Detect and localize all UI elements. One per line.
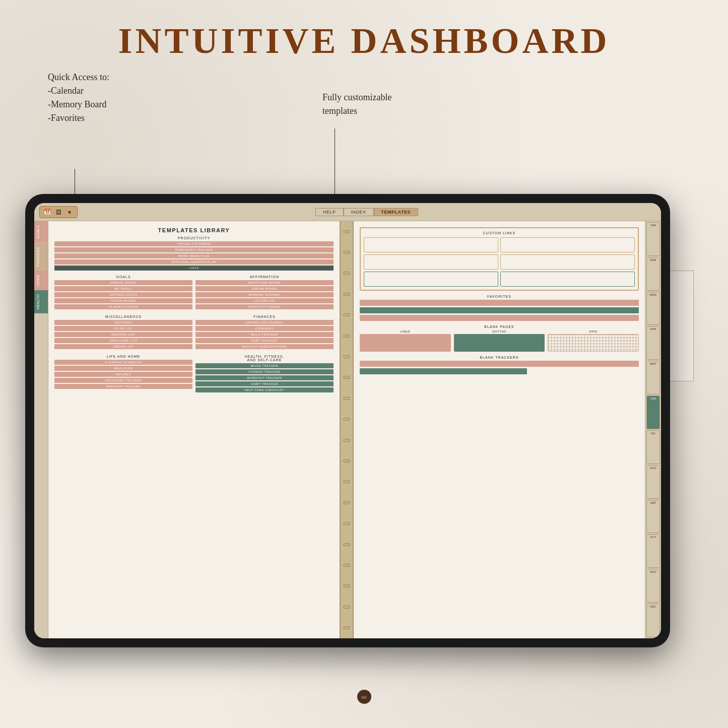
template-18-month[interactable]: 18 MONTH VISION: [54, 304, 192, 309]
month-aug[interactable]: AUG: [646, 465, 660, 499]
link-box-3[interactable]: [364, 254, 498, 270]
template-meal-plan[interactable]: MEAL PLAN: [54, 366, 192, 371]
sidebar-tab-health[interactable]: HEALTH: [34, 290, 48, 313]
template-debt[interactable]: DEBT TRACKER: [195, 338, 334, 343]
spine-ring-3: [343, 272, 350, 275]
template-gratitude-list[interactable]: GRATITUDE LIST: [54, 338, 192, 343]
health-column: HEALTH, FITNESS,AND SELF-CARE MOOD TRACK…: [195, 353, 334, 393]
template-dream-list[interactable]: DREAM LIST: [54, 344, 192, 349]
template-workout[interactable]: WORKOUT TRACKER: [195, 375, 334, 380]
spine-ring-1: [343, 230, 350, 233]
template-birthday[interactable]: BIRTHDAY TRACKER: [54, 384, 192, 389]
sidebar-tab-goals[interactable]: GOALS: [34, 221, 48, 243]
template-vision-board[interactable]: VISION BOARD: [54, 298, 192, 303]
page-title: INTUITIVE DASHBOARD: [0, 0, 728, 62]
library-title: TEMPLATES LIBRARY: [54, 227, 334, 233]
nav-tabs: HELP INDEX TEMPLATES: [315, 208, 418, 216]
spine-ring-2: [343, 251, 350, 254]
spine-ring-10: [343, 418, 350, 421]
template-password[interactable]: PASSWORD TRACKER: [54, 378, 192, 383]
template-self-care[interactable]: SELF-CARE CHECKLIST: [195, 387, 334, 392]
tab-index[interactable]: INDEX: [344, 208, 374, 216]
template-reading[interactable]: READING LIST: [54, 332, 192, 337]
month-mar[interactable]: MAR: [646, 292, 660, 325]
tracker-bar-2: [360, 368, 527, 374]
brand-logo: wt: [357, 690, 371, 704]
book-spine: [340, 221, 354, 638]
life-title: LIFE AND HOME: [54, 355, 192, 358]
template-pomodoro[interactable]: POMODORO TRACKER: [54, 247, 334, 252]
right-top-annotation: Fully customizabletemplates: [322, 91, 391, 118]
finances-title: FINANCES: [195, 315, 334, 318]
fav-bar-3: [360, 315, 639, 321]
month-apr[interactable]: APR: [646, 326, 660, 360]
book-layout: GOALS FINANCES HOME HEALTH TEMPLATES LIB…: [34, 221, 661, 638]
template-todo[interactable]: TO-DO LIST: [54, 326, 192, 331]
template-lists[interactable]: LISTS: [54, 266, 334, 271]
template-letting-go[interactable]: LETTING GO: [195, 298, 334, 303]
month-sep[interactable]: SEP: [646, 500, 660, 534]
template-habit[interactable]: HABIT TRACKER: [195, 381, 334, 386]
month-feb[interactable]: FEB: [646, 257, 660, 291]
template-cleaning[interactable]: CLEANING SCHEDULE: [54, 360, 192, 365]
template-subscriptions[interactable]: MONTHLY SUBSCRIPTIONS: [195, 344, 334, 349]
link-box-4[interactable]: [500, 254, 635, 270]
template-project-planner[interactable]: PROJECT PLANNER: [54, 241, 334, 246]
lined-preview: [360, 334, 451, 352]
month-may[interactable]: MAY: [646, 361, 660, 394]
month-oct[interactable]: OCT: [646, 534, 660, 568]
blank-pages-title: BLANK PAGES: [360, 325, 639, 328]
template-gratitude-board[interactable]: GRATITUDE BOARD: [195, 280, 334, 285]
template-positivity[interactable]: POSITIVITY BOARD: [195, 304, 334, 309]
template-savings-budget[interactable]: SAVINGS AND BUDGET: [195, 320, 334, 325]
template-recipes[interactable]: RECIPES: [54, 372, 192, 377]
tab-templates[interactable]: TEMPLATES: [374, 208, 418, 216]
month-nov[interactable]: NOV: [646, 569, 660, 603]
template-routines[interactable]: ROUTINES: [54, 320, 192, 325]
spine-ring-17: [343, 564, 350, 567]
photo-icon[interactable]: 🖼: [54, 208, 63, 217]
sidebar-tab-finances[interactable]: FINANCES: [34, 243, 48, 271]
month-dec[interactable]: DEC: [646, 604, 660, 637]
template-work-week[interactable]: WORK WEEK PLAN: [54, 253, 334, 258]
template-annual-goals[interactable]: ANNUAL GOALS: [54, 280, 192, 285]
tab-help[interactable]: HELP: [315, 208, 344, 216]
health-title: HEALTH, FITNESS,AND SELF-CARE: [195, 355, 334, 362]
tablet-device: 📅 🖼 ♥ HELP INDEX TEMPLATES GOALS FINANCE…: [25, 194, 670, 647]
blank-pages-grid: LINED DOTTED GRID: [360, 330, 639, 352]
sidebar-spacer: [34, 313, 48, 638]
calendar-icon[interactable]: 📅: [43, 208, 52, 217]
template-winning-journal[interactable]: WINNING JOURNAL: [195, 292, 334, 297]
link-box-5[interactable]: [364, 272, 498, 287]
grid-label: GRID: [548, 330, 639, 333]
link-box-1[interactable]: [364, 237, 498, 252]
month-jan[interactable]: JAN: [646, 222, 660, 256]
life-column: LIFE AND HOME CLEANING SCHEDULE MEAL PLA…: [54, 353, 192, 393]
blank-pages-section: BLANK PAGES LINED DOTTED GRID: [360, 325, 639, 352]
template-mood[interactable]: MOOD TRACKER: [195, 363, 334, 368]
month-jul[interactable]: JUL: [646, 430, 660, 464]
template-dream-board[interactable]: DREAM BOARD: [195, 286, 334, 291]
blank-trackers-section: BLANK TRACKERS: [360, 356, 639, 374]
template-savings-goals[interactable]: SAVINGS GOALS: [54, 292, 192, 297]
month-jun[interactable]: JUN: [646, 395, 660, 429]
template-my-goals[interactable]: MY GOALS: [54, 286, 192, 291]
template-fitness[interactable]: FITNESS TRACKER: [195, 369, 334, 374]
heart-icon[interactable]: ♥: [65, 208, 74, 217]
link-box-6[interactable]: [500, 272, 635, 287]
link-box-2[interactable]: [500, 237, 635, 252]
misc-column: MISCELLANEOUS ROUTINES TO-DO LIST READIN…: [54, 313, 192, 350]
custom-links-section: CUSTOM LINKS: [360, 227, 639, 291]
spine-ring-14: [343, 501, 350, 504]
custom-links-title: CUSTOM LINKS: [364, 231, 635, 235]
sidebar-tab-home[interactable]: HOME: [34, 271, 48, 290]
nav-icon-group[interactable]: 📅 🖼 ♥: [39, 206, 78, 218]
spine-ring-9: [343, 397, 350, 400]
template-bills[interactable]: BILLS TRACKER: [195, 332, 334, 337]
spine-ring-12: [343, 459, 350, 462]
productivity-title: PRODUCTIVITY: [54, 236, 334, 240]
template-personal-growth[interactable]: PERSONAL GROWTH PLAN: [54, 259, 334, 264]
template-expenses[interactable]: EXPENSES: [195, 326, 334, 331]
top-nav-bar: 📅 🖼 ♥ HELP INDEX TEMPLATES: [34, 203, 661, 221]
spine-ring-4: [343, 293, 350, 296]
